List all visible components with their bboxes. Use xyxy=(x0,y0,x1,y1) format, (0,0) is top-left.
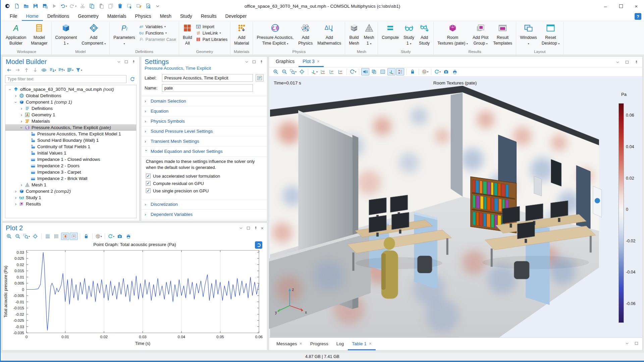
qat-find-button[interactable] xyxy=(144,2,153,10)
gfx-view-yz-button[interactable]: yz xyxy=(328,68,336,75)
tree-expander-icon[interactable]: › xyxy=(19,106,24,111)
help-button[interactable]: ? xyxy=(635,13,641,20)
mb-forward-button[interactable] xyxy=(14,66,22,74)
tree-expander-icon[interactable]: › xyxy=(19,125,24,130)
settings-section-dependent-variables[interactable]: › Dependent Variables xyxy=(141,209,267,220)
ribbon-button-compute[interactable]: Compute xyxy=(379,22,401,41)
checkbox-use-single-precision-on-gpu[interactable]: ✓Use single precision on GPU xyxy=(146,188,262,193)
gfx-view-xz-button[interactable]: xz xyxy=(336,68,344,75)
tree-expander-icon[interactable]: › xyxy=(13,189,18,194)
tree-expander-icon[interactable]: › xyxy=(13,195,18,200)
tree-item-pressure-acoustics-time-explicit[interactable]: › Pressure Acoustics, Time Explicit (pat… xyxy=(5,124,136,131)
qat-delete-button[interactable] xyxy=(115,2,124,10)
panel-pin-button[interactable] xyxy=(130,59,137,65)
ribbon-button-parameters[interactable]: PiParameters ▾ xyxy=(111,22,138,46)
menu-file[interactable]: File xyxy=(5,12,22,21)
ribbon-button-application-builder[interactable]: AApplicationBuilder xyxy=(3,22,29,46)
panel-close-button[interactable]: × xyxy=(260,226,264,231)
plot2-zoom-out-button[interactable] xyxy=(14,233,22,240)
graphics-canvas[interactable]: z y x Time=0.017 s Room Textures (pate) … xyxy=(269,76,642,338)
plot2-lock-axes-button[interactable] xyxy=(82,233,90,240)
settings-section-equation[interactable]: › Equation xyxy=(141,106,267,116)
gfx-show-grid-button[interactable] xyxy=(379,68,387,75)
menu-physics[interactable]: Physics xyxy=(131,12,156,21)
tree-item-impedance-1-closed-windows[interactable]: Impedance 1 - Closed windows xyxy=(5,156,136,163)
panel-float-button[interactable] xyxy=(123,59,129,65)
panel-float-button[interactable] xyxy=(251,59,257,65)
settings-section-domain-selection[interactable]: › Domain Selection xyxy=(141,96,267,106)
menu-definitions[interactable]: Definitions xyxy=(43,12,73,21)
panel-float-button[interactable] xyxy=(623,58,631,66)
tree-item-materials[interactable]: › Materials xyxy=(5,118,136,124)
ribbon-button-add-study[interactable]: AddStudy xyxy=(417,22,432,46)
panel-collapse-button[interactable] xyxy=(623,340,631,347)
bottom-tab-messages[interactable]: Messages× xyxy=(272,338,306,350)
minimize-button[interactable]: – xyxy=(598,0,613,12)
gfx-color-legend-button[interactable] xyxy=(396,68,404,75)
tab-close-icon[interactable]: × xyxy=(300,341,302,346)
tree-item-continuity-of-total-fields-1[interactable]: D Continuity of Total Fields 1 xyxy=(5,143,136,150)
tree-expander-icon[interactable]: › xyxy=(13,94,18,98)
tree-item-mesh-1[interactable]: › Mesh 1 xyxy=(5,182,136,188)
qat-undo-button[interactable]: ▾ xyxy=(59,2,68,10)
menu-study[interactable]: Study xyxy=(176,12,197,21)
qat-save-button[interactable] xyxy=(31,2,40,10)
tree-expander-icon[interactable]: › xyxy=(19,113,24,117)
plot2-snapshot-button[interactable] xyxy=(116,233,124,240)
tree-filter-input[interactable] xyxy=(5,75,126,83)
graphics-tab-plot-3[interactable]: Plot 3× xyxy=(299,57,324,67)
ribbon-button-import[interactable]: Import xyxy=(196,24,227,29)
ribbon-button-add-component[interactable]: AddComponent ▾ xyxy=(79,22,108,46)
ribbon-button-component-1[interactable]: Component1 ▾ xyxy=(53,22,79,46)
tree-item-global-definitions[interactable]: › Global Definitions xyxy=(5,93,136,99)
menu-home[interactable]: Home xyxy=(22,12,43,21)
plot2-zoom-in-button[interactable] xyxy=(5,233,13,240)
plot2-zoom-box-button[interactable]: ▾ xyxy=(22,233,31,240)
ribbon-button-reset-desktop[interactable]: ResetDesktop ▾ xyxy=(539,22,562,46)
ribbon-button-add-plot-group[interactable]: Add PlotGroup ▾ xyxy=(470,22,491,46)
qat-toolbar-overflow-button[interactable] xyxy=(153,2,162,10)
maximize-button[interactable] xyxy=(613,0,629,12)
ribbon-button-build-mesh[interactable]: BuildMesh xyxy=(346,22,362,46)
panel-collapse-button[interactable] xyxy=(244,59,250,65)
gfx-transparency-button[interactable] xyxy=(370,68,378,75)
gfx-update-plot-button[interactable]: ▾ xyxy=(433,68,441,75)
ribbon-button-livelink[interactable]: LiveLink▾ xyxy=(196,31,227,36)
gfx-zoom-box-button[interactable]: ▾ xyxy=(289,68,297,75)
tree-item-study-1[interactable]: › Study 1 xyxy=(5,194,136,201)
tree-item-impedance-2-brick-wall[interactable]: Impedance 2 - Brick Wall xyxy=(5,175,136,182)
gfx-zoom-extents-button[interactable] xyxy=(298,68,306,75)
plot2-show-legends-button[interactable] xyxy=(70,233,78,240)
label-field[interactable] xyxy=(162,74,253,82)
rename-button[interactable] xyxy=(256,74,264,82)
qat-duplicate-button[interactable] xyxy=(106,2,115,10)
gfx-sound-button[interactable] xyxy=(361,68,369,75)
mb-node-view-button[interactable]: ▾ xyxy=(66,66,74,74)
settings-section-discretization[interactable]: › Discretization xyxy=(141,199,267,209)
menu-materials[interactable]: Materials xyxy=(103,12,131,21)
menu-developer[interactable]: Developer xyxy=(221,12,251,21)
qat-app-logo-button[interactable] xyxy=(3,2,12,10)
ribbon-button-part-libraries[interactable]: Part Libraries xyxy=(196,37,227,42)
ribbon-button-add-physics[interactable]: AddPhysics xyxy=(296,22,315,46)
tree-expander-icon[interactable]: › xyxy=(19,183,24,187)
tree-item-sound-hard-boundary-wall-1[interactable]: D Sound Hard Boundary (Wall) 1 xyxy=(5,137,136,143)
ribbon-button-result-templates[interactable]: ResultTemplates xyxy=(491,22,515,46)
tree-item-initial-values-1[interactable]: D Initial Values 1 xyxy=(5,150,136,156)
tab-close-icon[interactable]: × xyxy=(317,59,320,64)
close-button[interactable]: × xyxy=(629,0,644,12)
gfx-zoom-out-button[interactable] xyxy=(280,68,288,75)
panel-collapse-button[interactable] xyxy=(613,58,622,66)
ribbon-button-add-mathematics[interactable]: ΔUAddMathematics xyxy=(315,22,343,46)
qat-run-button[interactable] xyxy=(50,2,59,10)
mb-expand-all-button[interactable]: ▾ xyxy=(49,66,57,74)
mb-model-filter-button[interactable]: ▾ xyxy=(75,66,83,74)
plot2-print-button[interactable] xyxy=(124,233,132,240)
tree-item-results[interactable]: › Results xyxy=(5,201,136,207)
gfx-scene-axes-button[interactable] xyxy=(387,68,395,75)
mb-show-button[interactable] xyxy=(40,66,48,74)
ribbon-button-functions[interactable]: f(x)Functions▾ xyxy=(139,31,176,36)
ribbon-button-windows[interactable]: Windows ▾ xyxy=(518,22,539,46)
gfx-zoom-in-button[interactable] xyxy=(272,68,280,75)
menu-geometry[interactable]: Geometry xyxy=(73,12,103,21)
